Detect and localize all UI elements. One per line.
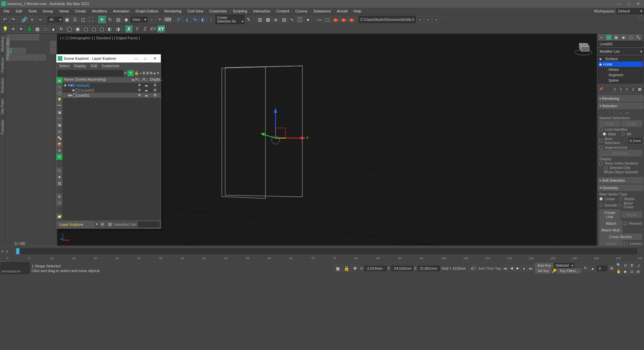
se-footer-btn1[interactable]: ≣: [99, 221, 105, 227]
se-obj-line[interactable]: ◈ ▸ ◯ Line001 ❄ ☁ ⚙: [62, 93, 161, 98]
lp-btn-expand[interactable]: [50, 41, 56, 47]
helper5-button[interactable]: ▢: [98, 25, 105, 33]
se-col-r[interactable]: R...: [141, 77, 149, 83]
axis-xy-button[interactable]: XY: [149, 25, 157, 33]
zoom-all-button[interactable]: ⊡: [622, 262, 628, 268]
star-button[interactable]: ✶: [17, 25, 25, 33]
se-folder-icon[interactable]: 📁: [56, 213, 62, 219]
se-titlebar[interactable]: Scene Explorer - Layer Explorer — □ ✕: [56, 54, 161, 62]
tog-ribbon-button[interactable]: ▤: [280, 16, 288, 23]
se-footer-btn2[interactable]: ▥: [107, 221, 113, 227]
hierarchy-tab[interactable]: ▦: [613, 34, 620, 40]
menu-corona[interactable]: Corona: [292, 8, 310, 14]
goto-end-button[interactable]: ⏭: [528, 265, 534, 271]
mirror-button[interactable]: ▥: [256, 16, 263, 23]
time-slider[interactable]: [16, 248, 637, 254]
alike-radio[interactable]: [603, 132, 606, 136]
create-tab[interactable]: +: [598, 34, 605, 40]
snap-button[interactable]: 3ᵈ: [175, 16, 183, 23]
lp-btn-3[interactable]: [19, 34, 26, 40]
eye-icon[interactable]: ◈: [599, 57, 602, 61]
vtab-freeform[interactable]: Freeform: [0, 54, 5, 75]
break-button[interactable]: Break: [622, 212, 642, 218]
path-btn2[interactable]: ▫: [425, 16, 432, 23]
setkey-button[interactable]: Set Key: [535, 268, 551, 273]
modify-tab[interactable]: ◰: [605, 34, 612, 40]
bezier-radio[interactable]: [619, 197, 623, 201]
helper6-button[interactable]: ◐: [106, 25, 113, 33]
sun-button[interactable]: ☀: [9, 25, 17, 33]
render-icon[interactable]: ☁: [143, 83, 149, 87]
move-gizmo[interactable]: x: [242, 104, 309, 172]
attach-button[interactable]: Attach: [599, 220, 623, 226]
se-search-input[interactable]: [58, 70, 123, 76]
schematic-button[interactable]: ⿲: [296, 16, 304, 23]
se-col-sort-icon[interactable]: ▲: [130, 77, 134, 83]
showvn-checkbox[interactable]: [599, 162, 603, 165]
frozen-icon[interactable]: ❄: [136, 93, 143, 97]
menu-rendering[interactable]: Rendering: [161, 8, 185, 14]
attachmult-button[interactable]: Attach Mult.: [599, 227, 623, 233]
rollout-selection[interactable]: Selection: [598, 103, 643, 109]
se-filter-bone[interactable]: 🦴: [56, 135, 62, 141]
se-close-button[interactable]: ✕: [150, 55, 159, 62]
eye-icon[interactable]: ◈: [599, 62, 602, 67]
play-button[interactable]: ▶: [515, 265, 521, 271]
render-icon[interactable]: ☁: [143, 88, 149, 92]
menu-help[interactable]: Help: [351, 8, 364, 14]
se-list-icon[interactable]: ▥: [56, 180, 62, 186]
se-filter-light[interactable]: 💡: [56, 96, 62, 102]
keymode-dropdown[interactable]: Selected: [554, 263, 574, 268]
lp-btn-11[interactable]: [13, 54, 19, 60]
frozen-icon[interactable]: ❄: [136, 83, 143, 87]
box-button[interactable]: □: [42, 25, 49, 33]
angle-snap-button[interactable]: ∡: [183, 16, 191, 23]
eye-icon[interactable]: ◈: [72, 88, 75, 92]
menu-substance[interactable]: Substance: [310, 8, 334, 14]
lp-btn-12[interactable]: [19, 54, 26, 60]
percent-snap-button[interactable]: %: [191, 16, 199, 23]
rollout-rendering[interactable]: Rendering: [598, 95, 643, 101]
helper3-button[interactable]: ▢: [82, 25, 89, 33]
key-icon-button[interactable]: 🔑: [552, 269, 557, 273]
display-icon[interactable]: ⚙: [149, 83, 161, 87]
lock-checkbox[interactable]: [599, 128, 603, 131]
connect-checkbox[interactable]: [624, 242, 628, 245]
menu-interactive[interactable]: Interactive: [250, 8, 274, 14]
select-name-button[interactable]: ☰: [71, 16, 79, 23]
sel-sub-1-icon[interactable]: ⋮: [612, 111, 616, 115]
stack-icon-2[interactable]: ▯: [620, 87, 625, 92]
se-opt2-icon[interactable]: ✶: [156, 71, 159, 75]
menu-arnold[interactable]: Arnold: [334, 8, 351, 14]
smooth-radio[interactable]: [599, 204, 602, 207]
z-input[interactable]: 31,861mm: [418, 266, 440, 271]
zoom-button[interactable]: 🔍: [616, 262, 622, 268]
se-col-frozen[interactable]: Fr...: [134, 77, 141, 83]
area-input[interactable]: [629, 138, 642, 143]
se-menu-select[interactable]: Select: [59, 64, 69, 68]
pin-icon[interactable]: 📌: [599, 87, 603, 92]
helper1-button[interactable]: ◯: [66, 25, 73, 33]
lp-btn-9[interactable]: [50, 48, 56, 54]
se-filter-container[interactable]: 📦: [56, 141, 62, 147]
se-doc-icon[interactable]: ▯: [56, 167, 62, 173]
render-button[interactable]: 🫖: [332, 16, 339, 23]
scale-button[interactable]: ▤: [114, 16, 122, 23]
display-icon[interactable]: ⚙: [149, 88, 161, 92]
grid-button[interactable]: ▦: [34, 25, 41, 33]
bezcorner-radio[interactable]: [618, 204, 622, 207]
time-prev-button[interactable]: <: [0, 249, 5, 253]
cross-button[interactable]: Cross Section: [599, 234, 642, 240]
vtab-populate[interactable]: Populate: [0, 117, 5, 137]
se-col-name[interactable]: Name (Sorted Ascending): [62, 77, 130, 83]
menu-create[interactable]: Create: [72, 8, 89, 14]
rollout-softsel[interactable]: Soft Selection: [598, 177, 643, 183]
utilities-tab[interactable]: 🔧: [635, 34, 642, 40]
next-frame-button[interactable]: ⏵: [521, 265, 527, 271]
se-obj-circle[interactable]: ◈ ◯ Circle003 ❄ ☁ ⚙: [62, 88, 161, 93]
lp-btn-2[interactable]: [13, 34, 19, 40]
material-editor-button[interactable]: ●: [304, 16, 312, 23]
time-ruler[interactable]: 0510152025303540455055606570758085909510…: [7, 256, 637, 261]
render-icon[interactable]: ☁: [143, 93, 149, 97]
stack-icon-5[interactable]: ▦: [638, 87, 643, 92]
